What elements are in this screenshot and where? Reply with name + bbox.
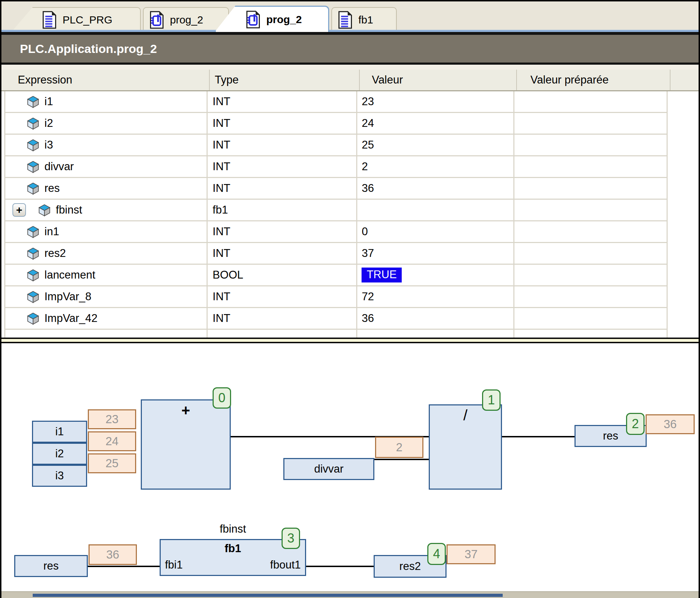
variable-icon (38, 204, 51, 216)
column-header-expression[interactable]: Expression (4, 70, 210, 90)
expression-label: fbinst (56, 204, 82, 216)
monitor-value: 23 (106, 413, 119, 426)
cell-value[interactable]: 25 (357, 135, 514, 155)
monitor-value: 36 (664, 417, 677, 431)
cell-prepared-value[interactable] (514, 265, 667, 285)
cell-prepared-value[interactable] (514, 156, 667, 177)
expression-label: res2 (44, 247, 66, 260)
cell-prepared-value[interactable] (514, 243, 667, 264)
expression-label: res (44, 182, 60, 195)
tab-prog-2-background[interactable]: prog_2 (143, 7, 229, 32)
tab-label: fb1 (358, 14, 373, 26)
wire-divvar-to-div (374, 459, 429, 460)
operand-box-i2[interactable]: i2 (32, 443, 87, 465)
monitor-value: 37 (465, 548, 478, 561)
cell-type: INT (208, 243, 357, 264)
expression-label: i2 (44, 117, 53, 130)
cell-expression (5, 330, 208, 338)
cell-value[interactable]: 37 (357, 243, 514, 264)
operand-box-i1[interactable]: i1 (32, 421, 87, 443)
operand-label: i2 (55, 447, 64, 460)
pane-splitter[interactable] (1, 338, 699, 343)
plc-editor-window: PLC_PRG prog_2 prog_2 (0, 0, 700, 598)
expression-label: i1 (44, 95, 53, 108)
variable-icon (27, 182, 39, 195)
operand-box-divvar[interactable]: divvar (283, 458, 374, 480)
program-icon (246, 10, 261, 29)
cell-value[interactable] (357, 200, 514, 220)
table-row[interactable]: i1INT23 (5, 91, 667, 113)
cell-type: INT (208, 113, 357, 134)
badge-number: 4 (433, 546, 440, 561)
table-row[interactable]: lancementBOOLTRUE (5, 265, 667, 286)
table-row[interactable]: resINT36 (5, 178, 667, 200)
table-row[interactable]: i3INT25 (5, 135, 667, 156)
tab-label: prog_2 (170, 14, 203, 26)
cell-prepared-value[interactable] (514, 200, 667, 220)
add-block[interactable]: + (141, 399, 231, 490)
cell-type: fb1 (208, 200, 357, 220)
execution-order-badge-2: 2 (626, 413, 645, 435)
horizontal-scrollbar-thumb[interactable] (33, 594, 503, 597)
monitor-value: 2 (396, 441, 402, 454)
cell-prepared-value[interactable] (514, 286, 667, 307)
cell-expression[interactable]: i2 (5, 113, 208, 134)
cell-value[interactable]: 0 (357, 221, 514, 242)
wire-div-to-res (501, 436, 575, 437)
cell-prepared-value[interactable] (514, 178, 667, 199)
column-header-valeur-preparee[interactable]: Valeur préparée (517, 70, 670, 90)
fbd-editor: i1 i2 i3 23 24 25 + 0 divvar 2 / (1, 343, 699, 591)
table-row[interactable]: +fbinstfb1 (5, 200, 667, 221)
tab-plc-prg[interactable]: PLC_PRG (11, 7, 141, 32)
monitor-value-i3: 25 (88, 453, 136, 473)
expression-label: lancement (44, 269, 95, 281)
cell-expression[interactable]: in1 (5, 221, 208, 242)
cell-expression[interactable]: res2 (5, 243, 208, 264)
execution-order-badge-0: 0 (213, 387, 231, 409)
badge-number: 0 (218, 390, 225, 405)
table-row[interactable]: ImpVar_8INT72 (5, 286, 667, 308)
cell-prepared-value[interactable] (514, 221, 667, 242)
document-icon (338, 11, 353, 29)
instance-label: fbinst (220, 523, 246, 535)
execution-order-badge-3: 3 (282, 528, 300, 549)
cell-expression[interactable]: i3 (5, 135, 208, 155)
cell-expression[interactable]: lancement (5, 265, 208, 285)
operand-box-res[interactable]: res (14, 555, 88, 577)
cell-expression[interactable]: divvar (5, 156, 208, 177)
cell-value[interactable]: 2 (357, 156, 514, 177)
table-row[interactable]: res2INT37 (5, 243, 667, 265)
cell-value[interactable]: 24 (357, 113, 514, 134)
cell-value[interactable]: 36 (357, 178, 514, 199)
column-header-type[interactable]: Type (210, 70, 360, 90)
cell-expression[interactable]: i1 (5, 91, 208, 112)
cell-value[interactable]: 72 (357, 286, 514, 307)
cell-value[interactable]: 36 (357, 308, 514, 329)
cell-expression[interactable]: ImpVar_8 (5, 286, 208, 307)
cell-prepared-value[interactable] (514, 308, 667, 329)
tab-fb1[interactable]: fb1 (331, 7, 397, 32)
divide-block[interactable]: / (429, 404, 502, 490)
cell-type: INT (208, 178, 357, 199)
column-header-valeur[interactable]: Valeur (360, 70, 517, 90)
table-row[interactable]: divvarINT2 (5, 156, 667, 178)
table-row[interactable]: i2INT24 (5, 113, 667, 135)
tab-prog-2-active[interactable]: prog_2 (215, 6, 329, 32)
cell-expression[interactable]: +fbinst (5, 200, 208, 220)
monitor-value-divvar: 2 (375, 437, 423, 458)
cell-value[interactable]: 23 (357, 91, 514, 112)
cell-expression[interactable]: ImpVar_42 (5, 308, 208, 329)
variable-icon (27, 117, 39, 130)
cell-value[interactable]: TRUE (357, 265, 514, 285)
cell-type: INT (208, 91, 357, 112)
cell-expression[interactable]: res (5, 178, 208, 199)
table-row[interactable]: in1INT0 (5, 221, 667, 243)
cell-prepared-value[interactable] (514, 91, 667, 112)
monitor-value-res2: 37 (447, 544, 496, 564)
cell-prepared-value[interactable] (514, 135, 667, 155)
cell-prepared-value[interactable] (514, 113, 667, 134)
table-row[interactable]: ImpVar_42INT36 (5, 308, 667, 330)
selected-value[interactable]: TRUE (362, 268, 401, 282)
operand-box-i3[interactable]: i3 (32, 465, 87, 487)
expand-button[interactable]: + (12, 203, 26, 217)
